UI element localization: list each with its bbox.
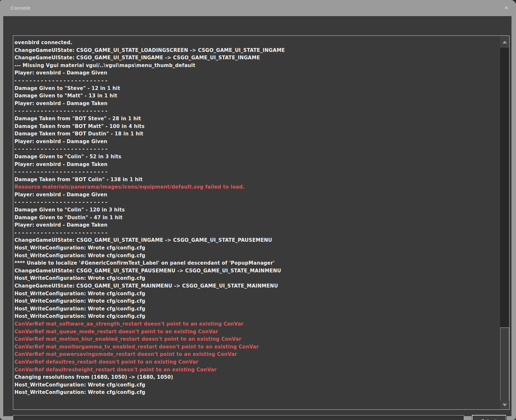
console-line: ChangeGameUIState: CSGO_GAME_UI_STATE_IN… (15, 54, 500, 62)
console-line: ConVarRef mat_monitorgamma_tv_enabled_re… (15, 343, 500, 351)
console-line: Damage Given to "Colin" - 52 in 3 hits (15, 153, 500, 161)
console-line: ConVarRef mat_queue_mode_restart doesn't… (15, 328, 500, 336)
console-line: Damage Taken from "BOT Colin" - 138 in 1… (15, 176, 500, 184)
console-line: Damage Given to "Matt" - 13 in 1 hit (15, 92, 500, 100)
console-line: Damage Given to "Colin" - 120 in 3 hits (15, 206, 500, 214)
console-line: Changing resolutions from (1680, 1050) -… (15, 374, 500, 381)
console-line: ------------------------- (15, 107, 500, 115)
console-line: ChangeGameUIState: CSGO_GAME_UI_STATE_PA… (15, 267, 500, 275)
console-line: Damage Taken from "BOT Matt" - 100 in 4 … (15, 123, 500, 131)
console-line: ------------------------- (15, 168, 500, 176)
console-line: Host_WriteConfiguration: Wrote cfg/confi… (15, 298, 500, 305)
console-line: ------------------------- (15, 199, 500, 206)
scroll-down-button[interactable] (500, 401, 509, 409)
console-line: ------------------------- (15, 145, 500, 153)
console-line: ConVarRef defaultres_restart doesn't poi… (15, 358, 500, 366)
console-line: Damage Given to "Steve" - 12 in 1 hit (15, 85, 500, 93)
scroll-up-button[interactable] (500, 36, 509, 48)
console-line: ConVarRef mat_software_aa_strength_resta… (15, 320, 500, 328)
console-line: Host_WriteConfiguration: Wrote cfg/confi… (15, 389, 500, 396)
scrollbar[interactable] (500, 36, 509, 409)
console-line: ChangeGameUIState: CSGO_GAME_UI_STATE_MA… (15, 282, 500, 290)
console-line: Host_WriteConfiguration: Wrote cfg/confi… (15, 305, 500, 313)
console-line: ConVarRef mat_motion_blur_enabled_restar… (15, 336, 500, 343)
console-log: ovenbird connected.ChangeGameUIState: CS… (15, 39, 500, 408)
console-line: Host_WriteConfiguration: Wrote cfg/confi… (15, 313, 500, 320)
screen: Console × ovenbird connected.ChangeGameU… (0, 0, 516, 420)
console-line: Player: ovenbird - Damage Given (15, 138, 500, 146)
console-output-panel: ovenbird connected.ChangeGameUIState: CS… (13, 35, 510, 410)
console-line: Host_WriteConfiguration: Wrote cfg/confi… (15, 275, 500, 282)
console-line: ------------------------- (15, 229, 500, 237)
window-content: ovenbird connected.ChangeGameUIState: CS… (3, 16, 511, 416)
arrow-up-icon (502, 41, 507, 43)
console-line: Damage Taken from "BOT Steve" - 28 in 1 … (15, 115, 500, 123)
console-line: **** Unable to localize '#GenericConfirm… (15, 259, 500, 267)
console-line: ovenbird connected. (15, 39, 500, 47)
console-line: Damage Taken from "BOT Dustin" - 18 in 1… (15, 130, 500, 138)
close-icon[interactable]: × (504, 4, 508, 12)
console-line: ChangeGameUIState: CSGO_GAME_UI_STATE_LO… (15, 47, 500, 54)
console-line: Host_WriteConfiguration: Wrote cfg/confi… (15, 290, 500, 298)
console-line: Resource materials/panorama/images/icons… (15, 183, 500, 191)
console-line: Host_WriteConfiguration: Wrote cfg/confi… (15, 244, 500, 252)
console-line: Player: ovenbird - Damage Taken (15, 161, 500, 169)
titlebar[interactable]: Console × (0, 0, 516, 16)
window-title: Console (11, 0, 31, 16)
arrow-down-icon (502, 404, 507, 406)
scrollbar-thumb[interactable] (500, 327, 509, 401)
submit-button[interactable]: Submit (472, 415, 506, 420)
console-line: Damage Given to "Dustin" - 47 in 1 hit (15, 214, 500, 222)
console-line: ChangeGameUIState: CSGO_GAME_UI_STATE_IN… (15, 237, 500, 244)
console-line: ------------------------- (15, 77, 500, 85)
console-line: Player: ovenbird - Damage Given (15, 191, 500, 199)
console-line: --- Missing Vgui material vgui/..\vgui\m… (15, 62, 500, 70)
console-line: Host_WriteConfiguration: Wrote cfg/confi… (15, 381, 500, 389)
console-line: ConVarRef defaultresheight_restart doesn… (15, 366, 500, 374)
console-line: Player: ovenbird - Damage Taken (15, 100, 500, 108)
command-input[interactable]: connect 192.0.2.240 (13, 415, 464, 420)
console-line: Player: ovenbird - Damage Given (15, 69, 500, 77)
console-line: Host_WriteConfiguration: Wrote cfg/confi… (15, 252, 500, 260)
console-line: Player: ovenbird - Damage Taken (15, 221, 500, 229)
console-line: ConVarRef mat_powersavingsmode_restart d… (15, 351, 500, 358)
console-window: Console × ovenbird connected.ChangeGameU… (0, 0, 516, 420)
